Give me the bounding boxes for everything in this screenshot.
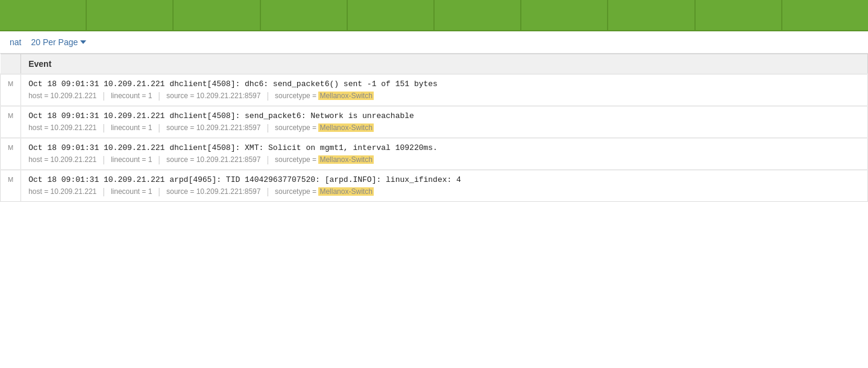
meta-indicator-cell (1, 154, 21, 170)
meta-source: source = 10.209.21.221:8597 (166, 155, 260, 164)
meta-host: host = 10.209.21.221 (28, 123, 96, 132)
meta-inner: host = 10.209.21.221|linecount = 1|sourc… (28, 91, 860, 101)
header-col-6 (435, 0, 521, 30)
meta-separator: | (102, 187, 105, 196)
meta-separator: | (266, 187, 269, 196)
event-meta-text: host = 10.209.21.221|linecount = 1|sourc… (21, 154, 868, 170)
event-text: Oct 18 09:01:31 10.209.21.221 arpd[4965]… (28, 175, 461, 184)
table-row: MOct 18 09:01:31 10.209.21.221 dhclient[… (1, 138, 868, 154)
meta-host: host = 10.209.21.221 (28, 155, 96, 164)
meta-sourcetype-container: sourcetype = Mellanox-Switch (275, 92, 374, 100)
meta-inner: host = 10.209.21.221|linecount = 1|sourc… (28, 123, 860, 133)
format-link[interactable]: nat (10, 37, 21, 47)
meta-linecount: linecount = 1 (111, 92, 152, 100)
event-text: Oct 18 09:01:31 10.209.21.221 dhclient[4… (28, 143, 438, 152)
header-col-1 (0, 0, 87, 30)
meta-sourcetype-container: sourcetype = Mellanox-Switch (275, 187, 374, 196)
meta-separator: | (158, 91, 160, 101)
header-col-4 (261, 0, 348, 30)
meta-linecount: linecount = 1 (111, 123, 152, 132)
left-indicator-label: M (8, 144, 13, 151)
meta-sourcetype-label: sourcetype = (275, 187, 318, 196)
meta-sourcetype-value: Mellanox-Switch (318, 92, 373, 100)
toolbar-row: nat 20 Per Page (0, 31, 868, 54)
header-col-3 (174, 0, 260, 30)
row-indicator: M (1, 106, 21, 122)
meta-separator: | (158, 155, 160, 164)
event-main-text: Oct 18 09:01:31 10.209.21.221 arpd[4965]… (21, 170, 868, 186)
meta-linecount: linecount = 1 (111, 155, 152, 164)
event-text: Oct 18 09:01:31 10.209.21.221 dhclient[4… (28, 111, 414, 120)
table-row: MOct 18 09:01:31 10.209.21.221 arpd[4965… (1, 170, 868, 186)
meta-separator: | (158, 187, 160, 196)
table-row-meta: host = 10.209.21.221|linecount = 1|sourc… (1, 90, 868, 106)
meta-sourcetype-label: sourcetype = (275, 123, 318, 132)
header-col-7 (521, 0, 608, 30)
event-main-text: Oct 18 09:01:31 10.209.21.221 dhclient[4… (21, 106, 868, 122)
left-indicator-label: M (8, 112, 13, 119)
meta-sourcetype-value: Mellanox-Switch (318, 155, 373, 164)
event-meta-text: host = 10.209.21.221|linecount = 1|sourc… (21, 186, 868, 202)
meta-sourcetype-label: sourcetype = (275, 92, 318, 100)
meta-separator: | (102, 91, 105, 101)
meta-separator: | (266, 155, 269, 164)
event-main-text: Oct 18 09:01:31 10.209.21.221 dhclient[4… (21, 138, 868, 154)
left-indicator-label: M (8, 176, 13, 183)
row-indicator: M (1, 138, 21, 154)
meta-indicator-cell (1, 122, 21, 138)
meta-host: host = 10.209.21.221 (28, 92, 96, 100)
meta-indicator-cell (1, 90, 21, 106)
meta-sourcetype-value: Mellanox-Switch (318, 123, 373, 132)
events-table-container: Event MOct 18 09:01:31 10.209.21.221 dhc… (0, 54, 868, 202)
meta-host: host = 10.209.21.221 (28, 187, 96, 196)
header-col-2 (87, 0, 174, 30)
table-row-meta: host = 10.209.21.221|linecount = 1|sourc… (1, 122, 868, 138)
meta-separator: | (102, 123, 105, 133)
left-indicator-label: M (8, 80, 13, 87)
meta-separator: | (158, 123, 160, 133)
chevron-down-icon (80, 40, 86, 44)
row-indicator: M (1, 74, 21, 90)
meta-inner: host = 10.209.21.221|linecount = 1|sourc… (28, 187, 860, 196)
meta-sourcetype-value: Mellanox-Switch (318, 187, 373, 196)
event-meta-text: host = 10.209.21.221|linecount = 1|sourc… (21, 90, 868, 106)
meta-linecount: linecount = 1 (111, 187, 152, 196)
header-col-8 (608, 0, 695, 30)
per-page-label: 20 Per Page (31, 37, 78, 47)
events-table: Event MOct 18 09:01:31 10.209.21.221 dhc… (0, 54, 868, 202)
meta-source: source = 10.209.21.221:8597 (166, 187, 260, 196)
table-row-meta: host = 10.209.21.221|linecount = 1|sourc… (1, 154, 868, 170)
row-indicator: M (1, 170, 21, 186)
meta-sourcetype-label: sourcetype = (275, 155, 318, 164)
header-col-10 (782, 0, 868, 30)
meta-separator: | (266, 123, 269, 133)
meta-sourcetype-container: sourcetype = Mellanox-Switch (275, 155, 374, 164)
meta-source: source = 10.209.21.221:8597 (166, 123, 260, 132)
green-header-bar (0, 0, 868, 31)
meta-separator: | (102, 155, 105, 164)
meta-sourcetype-container: sourcetype = Mellanox-Switch (275, 123, 374, 132)
meta-source: source = 10.209.21.221:8597 (166, 92, 260, 100)
header-col-9 (696, 0, 782, 30)
event-meta-text: host = 10.209.21.221|linecount = 1|sourc… (21, 122, 868, 138)
col-header-indicator (1, 54, 21, 75)
col-header-event: Event (21, 54, 868, 75)
table-row: MOct 18 09:01:31 10.209.21.221 dhclient[… (1, 74, 868, 90)
meta-indicator-cell (1, 186, 21, 202)
event-main-text: Oct 18 09:01:31 10.209.21.221 dhclient[4… (21, 74, 868, 90)
table-row: MOct 18 09:01:31 10.209.21.221 dhclient[… (1, 106, 868, 122)
table-row-meta: host = 10.209.21.221|linecount = 1|sourc… (1, 186, 868, 202)
per-page-selector[interactable]: 20 Per Page (31, 37, 86, 47)
event-text: Oct 18 09:01:31 10.209.21.221 dhclient[4… (28, 80, 438, 89)
header-col-5 (348, 0, 435, 30)
meta-separator: | (266, 91, 269, 101)
meta-inner: host = 10.209.21.221|linecount = 1|sourc… (28, 155, 860, 164)
